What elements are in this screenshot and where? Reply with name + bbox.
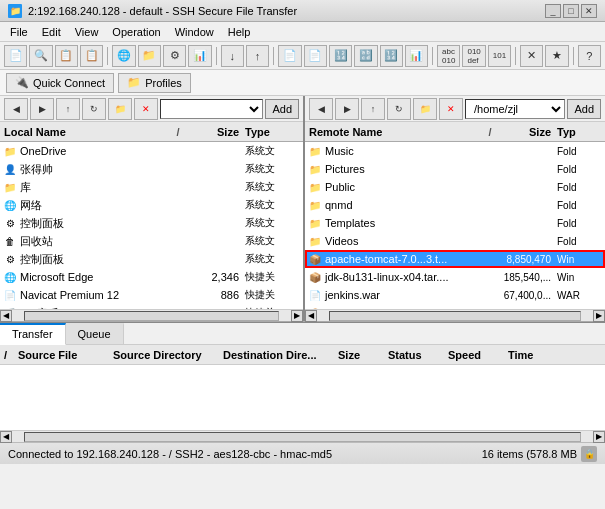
local-scroll-track[interactable]	[24, 311, 279, 321]
toolbar-btn-7[interactable]: ⚙	[163, 45, 186, 67]
local-file-list[interactable]: 📁 OneDrive 系统文 👤 张得帅 系统文 📁 库 系统文 🌐 网络 系统…	[0, 142, 303, 309]
toolbar-btn-help[interactable]: ?	[578, 45, 601, 67]
remote-file-row[interactable]: 📁 Public Fold	[305, 178, 605, 196]
local-file-type: 系统文	[243, 180, 303, 194]
local-file-row[interactable]: 👤 张得帅 系统文	[0, 160, 303, 178]
local-file-icon: 🌐	[2, 270, 18, 284]
toolbar-btn-6[interactable]: 📁	[138, 45, 161, 67]
transfer-scroll-track[interactable]	[24, 432, 581, 442]
local-scrollbar-h[interactable]: ◀ ▶	[0, 309, 303, 321]
local-file-row[interactable]: 📁 OneDrive 系统文	[0, 142, 303, 160]
remote-file-icon: 📁	[307, 144, 323, 158]
remote-nav-back[interactable]: ◀	[309, 98, 333, 120]
toolbar-btn-11[interactable]: 🔢	[329, 45, 352, 67]
transfer-scroll-right[interactable]: ▶	[593, 431, 605, 443]
remote-nav-up[interactable]: ↑	[361, 98, 385, 120]
toolbar-btn-10[interactable]: 📄	[304, 45, 327, 67]
toolbar-btn-abc[interactable]: abc010	[437, 45, 460, 67]
remote-file-name: Videos	[323, 235, 495, 247]
remote-file-row[interactable]: 📁 Music Fold	[305, 142, 605, 160]
toolbar-btn-9[interactable]: 📄	[278, 45, 301, 67]
remote-file-icon: 📦	[307, 270, 323, 284]
tab-queue[interactable]: Queue	[66, 323, 124, 344]
remote-file-row[interactable]: 📁 Videos Fold	[305, 232, 605, 250]
local-file-row[interactable]: ⚙ 控制面板 系统文	[0, 250, 303, 268]
local-file-row[interactable]: 🌐 网络 系统文	[0, 196, 303, 214]
local-add-button[interactable]: Add	[265, 99, 299, 119]
remote-file-row[interactable]: 📦 jdk-8u131-linux-x04.tar.... 185,540,..…	[305, 268, 605, 286]
menu-file[interactable]: File	[4, 24, 34, 40]
remote-path-combo[interactable]: /home/zjl	[465, 99, 565, 119]
toolbar-btn-x[interactable]: ✕	[520, 45, 543, 67]
quick-connect-icon: 🔌	[15, 76, 29, 89]
local-file-row[interactable]: 📄 Navicat Premium 12 886 快捷关	[0, 286, 303, 304]
toolbar-btn-12[interactable]: 🔡	[354, 45, 377, 67]
remote-nav-forward[interactable]: ▶	[335, 98, 359, 120]
title-bar: 📁 2:192.168.240.128 - default - SSH Secu…	[0, 0, 605, 22]
menu-window[interactable]: Window	[169, 24, 220, 40]
menu-edit[interactable]: Edit	[36, 24, 67, 40]
app-icon: 📁	[8, 4, 22, 18]
remote-file-row[interactable]: 📁 Pictures Fold	[305, 160, 605, 178]
local-path-combo[interactable]	[160, 99, 263, 119]
toolbar-btn-101[interactable]: 101	[488, 45, 511, 67]
transfer-scrollbar-h[interactable]: ◀ ▶	[0, 430, 605, 442]
remote-file-row[interactable]: 📁 qnmd Fold	[305, 196, 605, 214]
toolbar-btn-up[interactable]: ↑	[246, 45, 269, 67]
toolbar-btn-14[interactable]: 📊	[405, 45, 428, 67]
toolbar-btn-5[interactable]: 🌐	[112, 45, 135, 67]
local-file-name: 库	[18, 180, 183, 195]
local-file-row[interactable]: 🗑 回收站 系统文	[0, 232, 303, 250]
toolbar-btn-star[interactable]: ★	[545, 45, 568, 67]
toolbar-btn-down[interactable]: ↓	[221, 45, 244, 67]
local-file-row[interactable]: 🌐 Microsoft Edge 2,346 快捷关	[0, 268, 303, 286]
remote-scroll-track[interactable]	[329, 311, 581, 321]
remote-scrollbar-h[interactable]: ◀ ▶	[305, 309, 605, 321]
local-file-icon: 📄	[2, 288, 18, 302]
toolbar-btn-2[interactable]: 🔍	[29, 45, 52, 67]
remote-file-type: Fold	[555, 146, 605, 157]
remote-scroll-right[interactable]: ▶	[593, 310, 605, 322]
toolbar-btn-1[interactable]: 📄	[4, 45, 27, 67]
remote-file-size: 185,540,...	[495, 272, 555, 283]
local-panel: ◀ ▶ ↑ ↻ 📁 ✕ Add Local Name / Size Type 📁…	[0, 96, 305, 321]
local-delete[interactable]: ✕	[134, 98, 158, 120]
toolbar-btn-3[interactable]: 📋	[55, 45, 78, 67]
remote-add-button[interactable]: Add	[567, 99, 601, 119]
local-nav-forward[interactable]: ▶	[30, 98, 54, 120]
local-scroll-right[interactable]: ▶	[291, 310, 303, 322]
remote-file-row[interactable]: 📦 apache-tomcat-7.0...3.t... 8,850,470 W…	[305, 250, 605, 268]
toolbar-btn-8[interactable]: 📊	[188, 45, 211, 67]
remote-refresh[interactable]: ↻	[387, 98, 411, 120]
menu-operation[interactable]: Operation	[106, 24, 166, 40]
remote-scroll-left[interactable]: ◀	[305, 310, 317, 322]
tab-transfer[interactable]: Transfer	[0, 323, 66, 345]
remote-folder-new[interactable]: 📁	[413, 98, 437, 120]
local-refresh[interactable]: ↻	[82, 98, 106, 120]
local-nav-back[interactable]: ◀	[4, 98, 28, 120]
close-button[interactable]: ✕	[581, 4, 597, 18]
local-panel-toolbar: ◀ ▶ ↑ ↻ 📁 ✕ Add	[0, 96, 303, 122]
remote-file-row[interactable]: 📁 Templates Fold	[305, 214, 605, 232]
minimize-button[interactable]: _	[545, 4, 561, 18]
toolbar-btn-13[interactable]: 🔢	[380, 45, 403, 67]
remote-file-name: Templates	[323, 217, 495, 229]
local-nav-up[interactable]: ↑	[56, 98, 80, 120]
quick-connect-button[interactable]: 🔌 Quick Connect	[6, 73, 114, 93]
remote-delete[interactable]: ✕	[439, 98, 463, 120]
transfer-scroll-left[interactable]: ◀	[0, 431, 12, 443]
menu-view[interactable]: View	[69, 24, 105, 40]
local-file-size: 2,346	[183, 271, 243, 283]
menu-bar: File Edit View Operation Window Help	[0, 22, 605, 42]
local-folder-new[interactable]: 📁	[108, 98, 132, 120]
local-file-row[interactable]: ⚙ 控制面板 系统文	[0, 214, 303, 232]
menu-help[interactable]: Help	[222, 24, 257, 40]
remote-file-list[interactable]: 📁 Music Fold 📁 Pictures Fold 📁 Public Fo…	[305, 142, 605, 309]
profiles-button[interactable]: 📁 Profiles	[118, 73, 191, 93]
local-file-row[interactable]: 📁 库 系统文	[0, 178, 303, 196]
local-scroll-left[interactable]: ◀	[0, 310, 12, 322]
toolbar-btn-4[interactable]: 📋	[80, 45, 103, 67]
remote-file-row[interactable]: 📄 jenkins.war 67,400,0... WAR	[305, 286, 605, 304]
maximize-button[interactable]: □	[563, 4, 579, 18]
toolbar-btn-010[interactable]: 010def	[462, 45, 485, 67]
